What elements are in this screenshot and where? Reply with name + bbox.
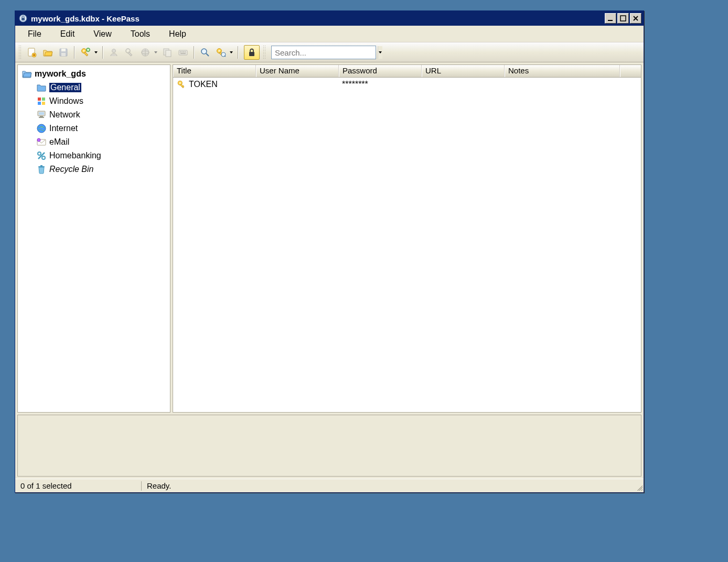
svg-point-44: [42, 156, 45, 159]
column-password[interactable]: Password: [339, 65, 422, 77]
toolbar-separator: [194, 46, 195, 59]
desktop: mywork_gds.kdbx - KeePass File Edit View…: [0, 0, 728, 562]
tree-item-label: eMail: [49, 137, 69, 147]
svg-rect-34: [38, 102, 41, 105]
svg-point-42: [37, 138, 40, 142]
svg-rect-20: [179, 50, 187, 55]
autotype-button[interactable]: [176, 45, 190, 60]
dropdown-arrow-icon[interactable]: [153, 45, 159, 60]
column-spacer: [620, 65, 641, 77]
svg-rect-15: [128, 52, 132, 56]
tree-item-label: General: [49, 83, 81, 92]
tree-root-label: mywork_gds: [35, 69, 86, 79]
svg-rect-22: [181, 51, 183, 52]
list-header: Title User Name Password URL Notes: [173, 65, 641, 78]
tree-item-internet[interactable]: Internet: [19, 122, 169, 135]
svg-rect-21: [180, 51, 181, 52]
windows-icon: [36, 95, 47, 107]
svg-point-48: [179, 82, 181, 84]
search-input[interactable]: [272, 48, 378, 57]
svg-rect-11: [84, 52, 88, 56]
save-database-button[interactable]: [56, 45, 71, 60]
tree-item-label: Network: [49, 110, 80, 120]
entry-details-pane: [17, 415, 641, 477]
entry-password: ********: [339, 80, 422, 89]
new-database-button[interactable]: [25, 45, 39, 60]
folder-open-icon: [21, 68, 33, 80]
column-username[interactable]: User Name: [256, 65, 339, 77]
svg-point-26: [201, 49, 207, 54]
svg-rect-39: [39, 117, 44, 118]
copy-url-button[interactable]: [160, 45, 175, 60]
show-entries-button[interactable]: [213, 45, 234, 60]
tree-item-homebanking[interactable]: Homebanking: [19, 149, 169, 163]
trash-icon: [36, 164, 47, 175]
lock-workspace-button[interactable]: [244, 45, 260, 60]
svg-point-10: [83, 50, 85, 52]
search-dropdown-icon[interactable]: [378, 46, 382, 59]
close-button[interactable]: [630, 13, 641, 24]
tree-item-windows[interactable]: Windows: [19, 94, 169, 108]
menu-help[interactable]: Help: [159, 27, 196, 41]
tree-item-recyclebin[interactable]: Recycle Bin: [19, 163, 169, 176]
envelope-icon: [36, 136, 47, 148]
svg-rect-2: [608, 20, 613, 21]
dropdown-arrow-icon[interactable]: [228, 45, 234, 60]
svg-point-40: [37, 124, 46, 133]
entry-list: Title User Name Password URL Notes: [173, 64, 641, 413]
list-body[interactable]: TOKEN ********: [173, 78, 641, 412]
tree-item-label: Recycle Bin: [49, 165, 93, 174]
find-button[interactable]: [198, 45, 212, 60]
svg-rect-32: [38, 98, 41, 101]
column-notes[interactable]: Notes: [505, 65, 620, 77]
svg-rect-38: [40, 116, 43, 117]
percent-icon: [36, 150, 47, 161]
minimize-button[interactable]: [605, 13, 616, 24]
resize-grip[interactable]: [633, 481, 643, 491]
menu-view[interactable]: View: [84, 27, 121, 41]
menu-file[interactable]: File: [18, 27, 51, 41]
toolbar-separator: [74, 46, 75, 59]
app-icon: [18, 14, 28, 23]
entry-row[interactable]: TOKEN ********: [173, 78, 641, 91]
globe-icon: [36, 123, 47, 134]
titlebar[interactable]: mywork_gds.kdbx - KeePass: [15, 11, 644, 26]
svg-rect-3: [620, 16, 626, 21]
copy-password-button[interactable]: [122, 45, 137, 60]
tree-item-general[interactable]: General: [19, 81, 169, 94]
svg-rect-19: [166, 50, 171, 57]
entry-title: TOKEN: [189, 80, 218, 89]
dropdown-arrow-icon[interactable]: [93, 45, 99, 60]
network-icon: [36, 109, 47, 121]
column-title[interactable]: Title: [173, 65, 256, 77]
status-ready: Ready.: [142, 479, 176, 492]
group-tree[interactable]: mywork_gds General: [17, 64, 170, 413]
toolbar-grip[interactable]: [263, 45, 266, 60]
status-selection: 0 of 1 selected: [15, 479, 141, 492]
add-entry-button[interactable]: [78, 45, 99, 60]
client-area: mywork_gds General: [15, 62, 644, 479]
menu-tools[interactable]: Tools: [121, 27, 159, 41]
copy-username-button[interactable]: [106, 45, 121, 60]
toolbar-grip[interactable]: [18, 45, 22, 60]
svg-point-13: [112, 49, 116, 53]
column-url[interactable]: URL: [422, 65, 505, 77]
svg-rect-1: [22, 18, 25, 20]
tree-item-label: Windows: [49, 96, 83, 106]
open-url-button[interactable]: [138, 45, 159, 60]
svg-rect-45: [38, 166, 45, 167]
svg-point-28: [218, 50, 220, 52]
keepass-window: mywork_gds.kdbx - KeePass File Edit View…: [15, 10, 644, 493]
svg-rect-23: [183, 51, 184, 52]
search-box[interactable]: [271, 46, 376, 59]
open-database-button[interactable]: [40, 45, 55, 60]
key-icon: [176, 79, 187, 90]
maximize-button[interactable]: [617, 13, 629, 24]
menu-edit[interactable]: Edit: [51, 27, 84, 41]
tree-root[interactable]: mywork_gds: [19, 67, 169, 81]
svg-rect-33: [42, 98, 45, 101]
folder-icon: [36, 82, 47, 93]
main-panes: mywork_gds General: [17, 64, 641, 413]
tree-item-network[interactable]: Network: [19, 108, 169, 122]
tree-item-email[interactable]: eMail: [19, 135, 169, 149]
